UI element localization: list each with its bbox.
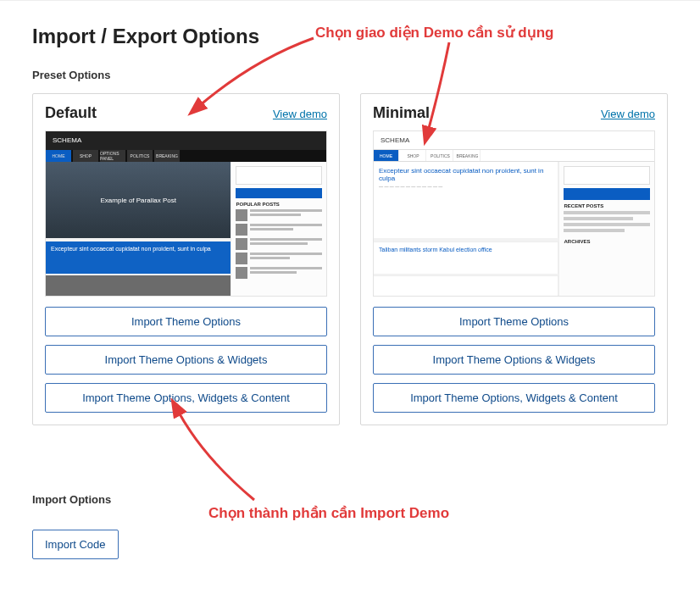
thumb-article-1: Excepteur sint occaecat cupidatat non pr… bbox=[374, 162, 558, 238]
thumb-logo: SCHEMA bbox=[53, 136, 81, 145]
thumb-search bbox=[236, 166, 322, 185]
preset-head: Default View demo bbox=[45, 104, 327, 122]
thumb-logo: SCHEMA bbox=[381, 136, 409, 144]
import-code-button[interactable]: Import Code bbox=[32, 530, 119, 559]
view-demo-link[interactable]: View demo bbox=[273, 108, 327, 120]
import-theme-options-button[interactable]: Import Theme Options bbox=[45, 307, 327, 336]
import-theme-options-widgets-content-button[interactable]: Import Theme Options, Widgets & Content bbox=[373, 383, 655, 413]
thumb-article-2 bbox=[46, 275, 231, 297]
thumb-nav-item: HOME bbox=[46, 150, 71, 162]
import-theme-options-widgets-button[interactable]: Import Theme Options & Widgets bbox=[373, 345, 655, 375]
thumb-sidebar-heading-2: ARCHIVES bbox=[564, 239, 650, 244]
thumb-search bbox=[564, 166, 650, 185]
preset-card-minimal: Minimal View demo SCHEMA HOME SHOP POLIT… bbox=[360, 93, 668, 425]
thumb-article: Excepteur sint occaecat cupidatat non pr… bbox=[46, 241, 231, 274]
thumb-sidebar: RECENT POSTS ARCHIVES bbox=[558, 162, 654, 296]
thumb-nav-item: BREAKING bbox=[455, 150, 481, 161]
thumb-search-btn bbox=[564, 188, 650, 200]
import-theme-options-widgets-button[interactable]: Import Theme Options & Widgets bbox=[45, 345, 327, 375]
thumb-nav-item: HOME bbox=[374, 150, 399, 161]
preset-title: Minimal bbox=[373, 104, 430, 122]
import-options-section: Import Options Import Code bbox=[32, 493, 668, 559]
thumb-nav-item: BREAKING bbox=[154, 150, 180, 162]
thumb-article-title: Excepteur sint occaecat cupidatat non pr… bbox=[379, 167, 553, 182]
thumb-hero: Example of Parallax Post bbox=[46, 162, 231, 238]
thumb-sidebar-heading: POPULAR POSTS bbox=[236, 202, 322, 207]
import-theme-options-widgets-content-button[interactable]: Import Theme Options, Widgets & Content bbox=[45, 383, 327, 413]
thumb-nav-item: SHOP bbox=[73, 150, 98, 162]
thumb-nav-item: POLITICS bbox=[127, 150, 153, 162]
thumb-sidebar: POPULAR POSTS bbox=[231, 162, 326, 296]
thumb-search-btn bbox=[236, 188, 322, 198]
import-options-label: Import Options bbox=[32, 493, 668, 506]
preset-card-default: Default View demo SCHEMA HOME SHOP OPTIO… bbox=[32, 93, 340, 425]
preset-thumbnail-minimal: SCHEMA HOME SHOP POLITICS BREAKING Excep… bbox=[373, 130, 655, 297]
import-theme-options-button[interactable]: Import Theme Options bbox=[373, 307, 655, 336]
preset-options-label: Preset Options bbox=[32, 69, 668, 81]
presets-row: Default View demo SCHEMA HOME SHOP OPTIO… bbox=[32, 93, 668, 425]
thumb-article-2-title: Taliban militants storm Kabul election o… bbox=[379, 247, 492, 253]
thumb-article-3 bbox=[374, 275, 558, 297]
import-export-panel: Import / Export Options Preset Options D… bbox=[0, 0, 700, 605]
thumb-nav-item: SHOP bbox=[401, 150, 426, 161]
thumb-nav-item: POLITICS bbox=[428, 150, 453, 161]
thumb-sidebar-heading: RECENT POSTS bbox=[564, 203, 650, 208]
thumb-article-meta: — — — — — — — — — — — — bbox=[379, 184, 442, 189]
thumb-nav-item: OPTIONS PANEL bbox=[100, 150, 125, 162]
preset-head: Minimal View demo bbox=[373, 104, 655, 122]
thumb-article-2: Taliban militants storm Kabul election o… bbox=[374, 241, 558, 274]
page-title: Import / Export Options bbox=[32, 25, 668, 48]
preset-thumbnail-default: SCHEMA HOME SHOP OPTIONS PANEL POLITICS … bbox=[45, 130, 327, 297]
view-demo-link[interactable]: View demo bbox=[601, 108, 655, 120]
preset-title: Default bbox=[45, 104, 97, 122]
